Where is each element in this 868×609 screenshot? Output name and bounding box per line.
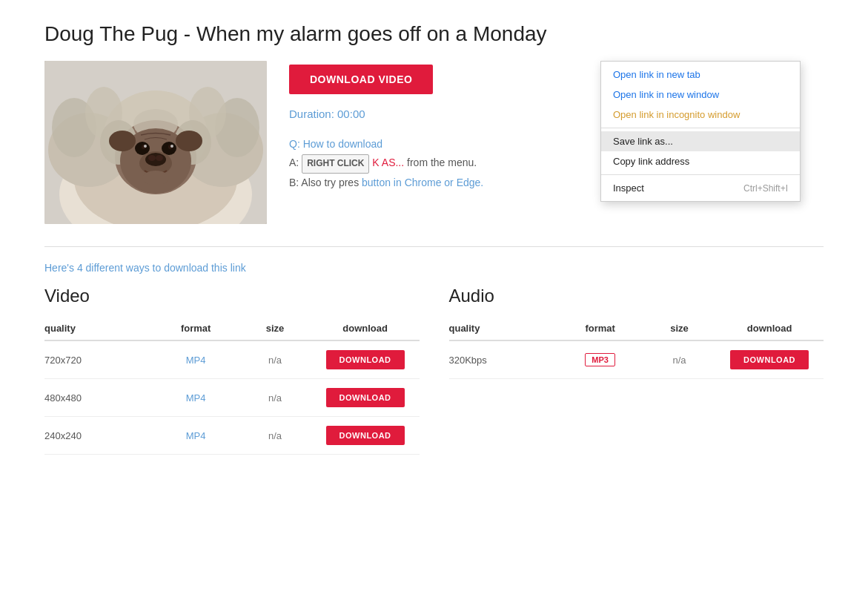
answer-b-text: B: Also try pres bbox=[289, 177, 359, 188]
audio-row-1-download-button[interactable]: DOWNLOAD bbox=[730, 350, 809, 369]
video-column: Video quality format size download 720x7… bbox=[44, 286, 420, 455]
ways-text: Here's 4 different ways to download this… bbox=[44, 262, 824, 274]
audio-header-format: format bbox=[557, 323, 643, 334]
context-menu-open-new-tab[interactable]: Open link in new tab bbox=[601, 65, 800, 85]
audio-row-1-format-cell: MP3 bbox=[557, 353, 643, 366]
video-row-1-format: MP4 bbox=[153, 355, 239, 366]
answer-a-suffix: K AS... bbox=[372, 157, 404, 168]
svg-point-26 bbox=[109, 131, 136, 151]
video-section-title: Video bbox=[44, 286, 420, 306]
svg-point-20 bbox=[170, 145, 173, 148]
inspect-label: Inspect bbox=[613, 182, 644, 194]
inspect-shortcut: Ctrl+Shift+I bbox=[743, 183, 788, 194]
video-row-1-download-button[interactable]: DOWNLOAD bbox=[326, 350, 405, 369]
context-menu-divider-2 bbox=[601, 174, 800, 175]
video-row-2-size: n/a bbox=[239, 392, 311, 404]
video-row-3-size: n/a bbox=[239, 430, 311, 441]
svg-point-27 bbox=[176, 131, 202, 151]
video-header-size: size bbox=[239, 323, 311, 334]
svg-point-25 bbox=[142, 171, 169, 185]
context-menu-save-link[interactable]: Save link as... bbox=[601, 131, 800, 151]
top-section: DOWNLOAD VIDEO Duration: 00:00 Q: How to… bbox=[44, 61, 824, 224]
question-label: Q: How to download bbox=[289, 138, 382, 150]
video-header-format: format bbox=[153, 323, 239, 334]
audio-table-header: quality format size download bbox=[449, 317, 824, 341]
video-row-3-download-cell: DOWNLOAD bbox=[311, 426, 420, 445]
video-row-3-quality: 240x240 bbox=[44, 430, 153, 441]
svg-point-19 bbox=[144, 145, 147, 148]
audio-header-quality: quality bbox=[449, 323, 557, 334]
context-menu: Open link in new tab Open link in new wi… bbox=[600, 61, 801, 202]
video-header-download: download bbox=[311, 323, 420, 334]
video-row-1-download-cell: DOWNLOAD bbox=[311, 350, 420, 369]
context-menu-divider-1 bbox=[601, 128, 800, 128]
answer-b-rest: button in Chrome or Edge. bbox=[362, 177, 483, 188]
audio-header-download: download bbox=[715, 323, 824, 334]
video-row-2: 480x480 MP4 n/a DOWNLOAD bbox=[44, 379, 420, 417]
download-video-button[interactable]: DOWNLOAD VIDEO bbox=[289, 65, 433, 94]
video-row-3-format: MP4 bbox=[153, 430, 239, 441]
audio-section-title: Audio bbox=[449, 286, 824, 306]
right-click-badge: RIGHT CLICK bbox=[302, 154, 369, 174]
section-divider bbox=[44, 246, 824, 247]
video-table-header: quality format size download bbox=[44, 317, 420, 341]
audio-row-1-download-cell: DOWNLOAD bbox=[715, 350, 824, 369]
video-row-1-size: n/a bbox=[239, 355, 311, 366]
context-menu-inspect[interactable]: Inspect Ctrl+Shift+I bbox=[601, 178, 800, 198]
context-menu-copy-link[interactable]: Copy link address bbox=[601, 151, 800, 171]
svg-point-22 bbox=[145, 153, 166, 166]
video-row-2-format: MP4 bbox=[153, 392, 239, 404]
video-header-quality: quality bbox=[44, 323, 153, 334]
video-row-2-quality: 480x480 bbox=[44, 392, 153, 404]
video-row-1: 720x720 MP4 n/a DOWNLOAD bbox=[44, 341, 420, 379]
answer-a-rest: from the menu. bbox=[407, 157, 477, 168]
audio-row-1-size: n/a bbox=[643, 355, 715, 366]
svg-point-23 bbox=[148, 155, 156, 161]
page-title: Doug The Pug - When my alarm goes off on… bbox=[44, 22, 824, 46]
mp3-badge: MP3 bbox=[585, 353, 615, 366]
download-columns: Video quality format size download 720x7… bbox=[44, 286, 824, 455]
video-row-2-download-button[interactable]: DOWNLOAD bbox=[326, 388, 405, 407]
right-side-content: DOWNLOAD VIDEO Duration: 00:00 Q: How to… bbox=[289, 61, 824, 224]
video-row-3-download-button[interactable]: DOWNLOAD bbox=[326, 426, 405, 445]
video-thumbnail bbox=[44, 61, 267, 224]
video-row-1-quality: 720x720 bbox=[44, 355, 153, 366]
ways-text-main: Here's 4 different ways to download this bbox=[44, 262, 228, 274]
audio-column: Audio quality format size download 320Kb… bbox=[449, 286, 824, 455]
video-row-3: 240x240 MP4 n/a DOWNLOAD bbox=[44, 417, 420, 455]
context-menu-open-new-window[interactable]: Open link in new window bbox=[601, 85, 800, 105]
context-menu-open-incognito[interactable]: Open link in incognito window bbox=[601, 105, 800, 125]
audio-row-1-quality: 320Kbps bbox=[449, 355, 557, 366]
answer-a-prefix: A: bbox=[289, 157, 299, 168]
video-row-2-download-cell: DOWNLOAD bbox=[311, 388, 420, 407]
ways-link[interactable]: link bbox=[231, 262, 246, 274]
thumbnail-image bbox=[44, 61, 267, 224]
audio-header-size: size bbox=[643, 323, 715, 334]
svg-point-24 bbox=[156, 155, 163, 161]
audio-row-1: 320Kbps MP3 n/a DOWNLOAD bbox=[449, 341, 824, 379]
